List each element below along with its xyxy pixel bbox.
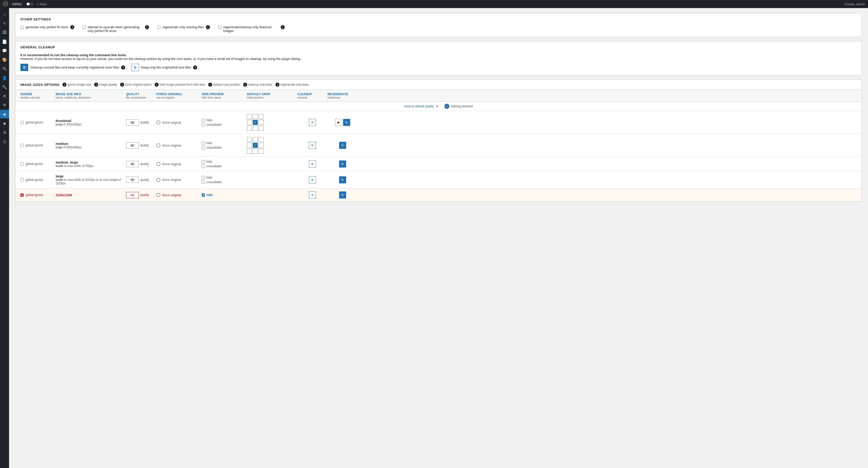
sidebar-icon-pages[interactable]: 📄: [0, 37, 9, 46]
refresh-button-medium-large[interactable]: ↻: [339, 160, 346, 168]
sidebar-icon-woo[interactable]: W: [0, 101, 9, 109]
sidebar-icon-tools[interactable]: 🔧: [0, 83, 9, 91]
force-original-radio-medium[interactable]: [156, 143, 160, 147]
ignore-large-checkbox[interactable]: [21, 178, 24, 181]
cleanup-unused-button[interactable]: 🗑: [21, 64, 28, 71]
keep-original-button[interactable]: 🗑: [131, 64, 139, 71]
refresh-button-medium[interactable]: ↻: [339, 142, 346, 149]
hide-check-1536: hide: [202, 193, 247, 197]
sidebar-icon-sirsc[interactable]: ◈: [0, 110, 9, 118]
comments-count[interactable]: 💬 0: [26, 2, 33, 6]
crop-box-mc[interactable]: ✓: [253, 143, 258, 148]
ignore-medium-checkbox[interactable]: [21, 144, 24, 147]
force-original-radio-large[interactable]: [156, 178, 160, 182]
sidebar-icon-media[interactable]: 🖼: [0, 28, 9, 37]
sidebar-icon-users[interactable]: 👤: [0, 74, 9, 82]
sidebar: ⌂ ✎ 🖼 📄 💬 🎨 🔌 👤 🔧 ⚙ W ◈ ◆ ⊕ ◎: [0, 8, 9, 468]
hide-checkbox-1536[interactable]: [202, 194, 205, 197]
sidebar-icon-tools2[interactable]: ⊕: [0, 128, 9, 137]
refresh-button-large[interactable]: ↻: [339, 176, 346, 183]
header-hide-preview-info-icon[interactable]: i: [155, 83, 159, 87]
crop-box-mr[interactable]: [258, 143, 264, 148]
quality-input-medium[interactable]: [126, 142, 139, 149]
crop-box-tr[interactable]: [258, 114, 264, 119]
unavail-checkbox-medium[interactable]: [202, 146, 205, 149]
crop-box-br[interactable]: [258, 149, 264, 154]
crop-box-ml[interactable]: [247, 120, 252, 125]
crop-box-tl[interactable]: [247, 137, 252, 142]
crop-box-mc[interactable]: ✓: [253, 120, 258, 125]
crop-box-tl[interactable]: [247, 114, 252, 119]
attempt-upscale-checkbox[interactable]: [82, 26, 86, 29]
quality-cell-medium-large: quality: [126, 161, 156, 167]
attempt-upscale-info-icon[interactable]: i: [145, 25, 149, 29]
sidebar-icon-settings[interactable]: ⚙: [0, 92, 9, 100]
unavail-checkbox-thumbnail[interactable]: [202, 123, 205, 126]
sidebar-icon-analytics[interactable]: ◎: [0, 137, 9, 146]
quality-input-medium-large[interactable]: [126, 161, 139, 167]
ignore-medium-large-checkbox[interactable]: [21, 163, 24, 166]
force-original-radio-medium-large[interactable]: [156, 162, 160, 166]
header-regenerate-info-icon[interactable]: i: [275, 83, 279, 87]
header-cleanup-info-icon[interactable]: i: [243, 83, 247, 87]
unavail-checkbox-large[interactable]: [202, 180, 205, 184]
hide-checkbox-thumbnail[interactable]: [202, 119, 205, 122]
default-crop-medium[interactable]: ✓: [247, 137, 297, 154]
quality-input-1536[interactable]: [126, 192, 139, 198]
sidebar-icon-misc[interactable]: ◆: [0, 119, 9, 127]
crop-box-bc[interactable]: [253, 149, 258, 154]
cleanup-unused-info-icon[interactable]: i: [121, 65, 125, 69]
unavail-checkbox-medium-large[interactable]: [202, 165, 205, 168]
cleanup-x-button-1536[interactable]: ✕: [309, 192, 316, 199]
header-quality-info-icon[interactable]: i: [94, 83, 98, 87]
regen-missing-info-icon[interactable]: i: [206, 25, 210, 29]
sidebar-icon-dashboard[interactable]: ⌂: [0, 10, 9, 19]
regen-missing-checkbox[interactable]: [157, 26, 160, 29]
site-name[interactable]: SIRSC: [12, 2, 22, 6]
image-info-thumbnail: thumbnail crop of 300x300px: [56, 119, 126, 126]
regen-featured-info-icon[interactable]: i: [281, 25, 285, 29]
hide-checkbox-large[interactable]: [202, 176, 205, 179]
ignore-thumbnail-checkbox[interactable]: [21, 121, 24, 124]
hide-check-medium-large: hide: [202, 160, 247, 164]
cleanup-x-button-medium-large[interactable]: ✕: [309, 160, 316, 168]
hide-checkbox-medium-large[interactable]: [202, 160, 205, 164]
default-crop-thumbnail[interactable]: ✓: [247, 114, 297, 131]
header-ignore-info-icon[interactable]: i: [62, 83, 66, 87]
sidebar-icon-comments[interactable]: 💬: [0, 46, 9, 55]
quality-input-large[interactable]: [126, 177, 139, 183]
keep-original-info-icon[interactable]: i: [193, 65, 197, 69]
refresh-button-thumbnail[interactable]: ↻: [343, 119, 350, 126]
crop-box-bl[interactable]: [247, 126, 252, 131]
new-item-button[interactable]: + New: [37, 2, 46, 6]
gen-perfect-fit-info-icon[interactable]: i: [70, 25, 74, 29]
header-force-original-info-icon[interactable]: i: [120, 83, 124, 87]
table-row: global ignore medium crop of 600x400px q…: [16, 134, 862, 157]
regen-featured-checkbox[interactable]: [218, 26, 221, 29]
crop-box-tc[interactable]: [253, 114, 258, 119]
crop-box-tc[interactable]: [253, 137, 258, 142]
crop-box-ml[interactable]: [247, 143, 252, 148]
header-default-crop-info-icon[interactable]: i: [208, 83, 212, 87]
refresh-button-1536[interactable]: ↻: [339, 192, 346, 199]
col-hide-preview: HIDE PREVIEW hide from views: [202, 92, 247, 99]
crop-box-bc[interactable]: [253, 126, 258, 131]
cleanup-x-button-medium[interactable]: ✕: [309, 142, 316, 149]
play-button-thumbnail[interactable]: ▶: [335, 119, 342, 126]
sidebar-icon-posts[interactable]: ✎: [0, 19, 9, 28]
gen-perfect-fit-checkbox[interactable]: [21, 26, 24, 29]
crop-box-tr[interactable]: [258, 137, 264, 142]
cleanup-x-button-thumbnail[interactable]: ✕: [309, 119, 316, 126]
sidebar-icon-plugins[interactable]: 🔌: [0, 64, 9, 73]
force-original-radio-thumbnail[interactable]: [156, 120, 160, 124]
sidebar-icon-appearance[interactable]: 🎨: [0, 55, 9, 64]
quality-input-thumbnail[interactable]: [126, 119, 139, 126]
reset-quality-link[interactable]: reset to default quality ✕: [404, 105, 438, 108]
ignore-1536-checkbox[interactable]: [21, 194, 24, 197]
force-original-radio-1536[interactable]: [156, 193, 160, 197]
crop-box-br[interactable]: [258, 126, 264, 131]
crop-box-mr[interactable]: [258, 120, 264, 125]
hide-checkbox-medium[interactable]: [202, 142, 205, 145]
cleanup-x-button-large[interactable]: ✕: [309, 176, 316, 183]
crop-box-bl[interactable]: [247, 149, 252, 154]
